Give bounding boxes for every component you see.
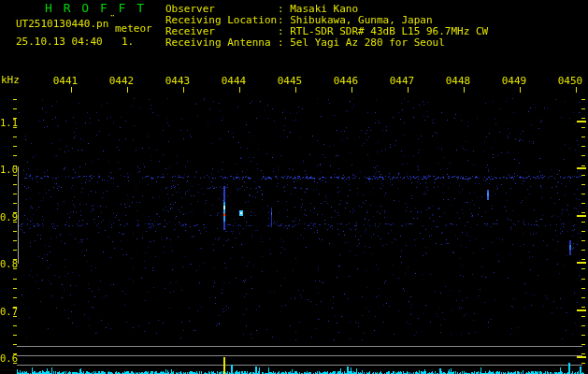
freq-minor-tick-left [13,297,17,298]
freq-minor-tick-left [13,268,17,269]
time-label: 0450 [556,76,584,86]
time-label: 0446 [332,76,360,86]
freq-minor-tick-left [13,231,17,232]
freq-minor-tick-left [13,316,17,317]
echo-counter: 1. [122,36,134,47]
freq-label: 0.7 [0,307,18,316]
time-tick [183,87,184,93]
freq-minor-tick-left [13,279,17,280]
freq-minor-tick-left [13,127,17,128]
freq-minor-tick-right [581,175,585,176]
time-label: 0443 [164,76,192,86]
freq-minor-tick-right [581,259,585,260]
freq-minor-tick-right [581,231,585,232]
freq-major-tick-right [577,215,586,217]
freq-label: 0.9 [0,212,18,222]
freq-label: 0.6 [0,353,18,363]
freq-minor-tick-right [581,325,585,326]
khz-unit-label: kHz [1,75,20,85]
freq-minor-tick-right [581,155,585,156]
freq-minor-tick-right [581,99,585,100]
freq-minor-tick-right [581,268,585,269]
freq-label: 0.8 [0,259,18,268]
time-tick [127,87,128,93]
freq-minor-tick-left [13,335,17,336]
freq-minor-tick-right [581,344,585,345]
freq-minor-tick-right [581,146,585,147]
time-tick [295,87,296,93]
freq-minor-tick-right [581,165,585,166]
freq-minor-tick-right [581,240,585,241]
freq-minor-tick-left [13,194,17,194]
time-label: 0445 [276,76,304,86]
spectrogram-canvas [0,0,588,374]
time-label: 0449 [500,76,528,86]
hrofft-screen: H R O F F T UT2510130440.pn ¨ meteor 25.… [0,0,588,374]
freq-minor-tick-left [13,325,17,326]
freq-minor-tick-left [13,240,17,241]
freq-minor-tick-left [13,155,17,156]
freq-minor-tick-right [581,288,585,289]
freq-minor-tick-right [581,250,585,251]
freq-minor-tick-right [581,279,585,280]
freq-minor-tick-left [13,203,17,204]
freq-minor-tick-left [13,137,17,137]
freq-major-tick-right [577,356,586,358]
freq-minor-tick-left [13,212,17,213]
freq-minor-tick-right [581,137,585,137]
freq-minor-tick-left [13,353,17,354]
freq-minor-tick-left [13,165,17,166]
freq-minor-tick-right [581,363,585,364]
info-value: : 5el Yagi Az 280 for Seoul [278,37,445,48]
freq-minor-tick-right [581,353,585,354]
app-title: H R O F F T [45,3,146,13]
info-value: : RTL-SDR SDR# 43dB L15 96.7MHz CW [278,26,488,36]
time-label: 0441 [51,76,79,86]
filename: UT2510130440.pn [16,19,108,29]
freq-minor-tick-left [13,344,17,345]
time-label: 0448 [444,76,472,86]
time-label: 0442 [108,76,136,86]
freq-minor-tick-left [13,184,17,185]
time-tick [576,87,577,93]
info-label: Observer [165,4,215,14]
freq-minor-tick-left [13,288,17,289]
freq-minor-tick-left [13,99,17,100]
time-tick [464,87,465,93]
freq-major-tick-right [577,309,586,311]
freq-minor-tick-right [581,316,585,317]
freq-label: 1.1 [0,118,18,127]
freq-major-tick-right [577,262,586,264]
freq-minor-tick-right [581,118,585,119]
info-label: Receiving Antenna [165,37,271,48]
freq-minor-tick-right [581,297,585,298]
freq-minor-tick-right [581,212,585,213]
freq-minor-tick-right [581,194,585,194]
freq-minor-tick-right [581,203,585,204]
datetime-label: 25.10.13 04:40 [16,36,103,47]
info-label: Receiving Location [165,15,277,25]
station-label: meteor [115,23,152,34]
freq-minor-tick-left [13,175,17,176]
freq-minor-tick-right [581,108,585,109]
time-label: 0444 [220,76,248,86]
freq-minor-tick-right [581,335,585,336]
freq-minor-tick-right [581,222,585,223]
freq-major-tick-right [577,121,586,122]
time-tick [351,87,352,93]
freq-minor-tick-right [581,307,585,308]
freq-minor-tick-right [581,184,585,185]
freq-minor-tick-left [13,118,17,119]
freq-minor-tick-right [581,127,585,128]
freq-major-tick-right [577,167,586,169]
time-tick [71,87,72,93]
freq-minor-tick-left [13,222,17,223]
time-tick [239,87,240,93]
info-label: Receiver [165,26,215,36]
freq-minor-tick-left [13,259,17,260]
freq-minor-tick-left [13,250,17,251]
freq-minor-tick-left [13,363,17,364]
time-label: 0447 [388,76,416,86]
time-tick [520,87,521,93]
time-tick [408,87,409,93]
